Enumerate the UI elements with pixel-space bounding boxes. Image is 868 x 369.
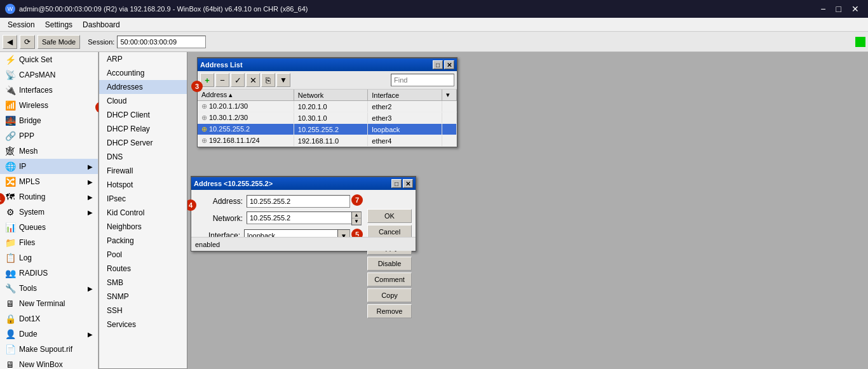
cell-extra bbox=[442, 135, 456, 147]
spin-down[interactable]: ▼ bbox=[352, 218, 361, 225]
submenu-dhcp-client[interactable]: DHCP Client bbox=[99, 108, 187, 122]
maximize-button[interactable]: □ bbox=[832, 3, 845, 15]
routing-icon: 🗺 bbox=[5, 192, 15, 202]
sidebar-item-new-winbox[interactable]: 🖥 New WinBox bbox=[0, 357, 98, 369]
submenu-neighbors[interactable]: Neighbors bbox=[99, 220, 187, 234]
minimize-button[interactable]: − bbox=[817, 3, 829, 15]
submenu-pool[interactable]: Pool bbox=[99, 248, 187, 262]
table-row[interactable]: ⊕192.168.11.1/24 192.168.11.0 ether4 bbox=[198, 135, 457, 147]
submenu-arp[interactable]: ARP bbox=[99, 52, 187, 66]
terminal-icon: 🖥 bbox=[5, 299, 15, 309]
menu-settings[interactable]: Settings bbox=[40, 19, 78, 30]
ok-button[interactable]: OK bbox=[367, 209, 412, 223]
routing-arrow: ▶ bbox=[88, 194, 93, 201]
remove-address-button[interactable]: − bbox=[215, 73, 229, 87]
sidebar-label: IP bbox=[19, 162, 26, 171]
enable-button[interactable]: ✓ bbox=[231, 73, 245, 87]
submenu-dhcp-server[interactable]: DHCP Server bbox=[99, 136, 187, 150]
submenu-cloud[interactable]: Cloud bbox=[99, 94, 187, 108]
submenu-routes[interactable]: Routes bbox=[99, 262, 187, 276]
submenu-smb[interactable]: SMB bbox=[99, 276, 187, 290]
ip-arrow: ▶ bbox=[88, 163, 93, 170]
cell-network: 10.30.1.0 bbox=[294, 112, 367, 124]
cell-network: 192.168.11.0 bbox=[294, 135, 367, 147]
capsman-icon: 📡 bbox=[5, 70, 15, 80]
remove-button[interactable]: Remove bbox=[367, 304, 412, 318]
addr-edit-close-button[interactable]: ✕ bbox=[403, 179, 413, 188]
submenu-dns[interactable]: DNS bbox=[99, 150, 187, 164]
session-input[interactable] bbox=[117, 36, 206, 48]
table-row-selected[interactable]: ⊕10.255.255.2 10.255.255.2 loopback bbox=[198, 124, 457, 135]
submenu-ipsec[interactable]: IPsec bbox=[99, 192, 187, 206]
sidebar-item-capsman[interactable]: 📡 CAPsMAN bbox=[0, 67, 98, 83]
network-input[interactable] bbox=[247, 211, 351, 224]
cell-interface: loopback bbox=[368, 124, 442, 135]
addr-edit-maximize-button[interactable]: □ bbox=[391, 179, 402, 188]
copy-button[interactable]: ⎘ bbox=[261, 73, 275, 87]
sidebar-item-system[interactable]: ⚙ System ▶ bbox=[0, 205, 98, 220]
submenu-dhcp-relay[interactable]: DHCP Relay bbox=[99, 122, 187, 136]
network-spinner[interactable]: ▲ ▼ bbox=[351, 211, 362, 225]
addr-list-maximize-button[interactable]: □ bbox=[433, 60, 443, 69]
safe-mode-button[interactable]: Safe Mode bbox=[37, 35, 80, 49]
col-network[interactable]: Network bbox=[294, 90, 367, 101]
submenu-hotspot[interactable]: Hotspot bbox=[99, 178, 187, 192]
submenu-snmp[interactable]: SNMP bbox=[99, 290, 187, 304]
sidebar-item-new-terminal[interactable]: 🖥 New Terminal bbox=[0, 296, 98, 311]
menu-dashboard[interactable]: Dashboard bbox=[78, 19, 125, 30]
sidebar-item-files[interactable]: 📁 Files bbox=[0, 235, 98, 250]
submenu-packing[interactable]: Packing bbox=[99, 234, 187, 248]
col-filter[interactable]: ▾ bbox=[442, 90, 456, 101]
sidebar-item-queues[interactable]: 📊 Queues bbox=[0, 220, 98, 235]
sidebar-item-bridge[interactable]: 🌉 Bridge bbox=[0, 113, 98, 128]
cell-address: ⊕10.20.1.1/30 bbox=[198, 101, 294, 112]
sidebar-label: New Terminal bbox=[19, 299, 65, 308]
address-list-toolbar: + − ✓ ✕ ⎘ ▼ bbox=[198, 71, 457, 90]
addr-list-close-button[interactable]: ✕ bbox=[444, 60, 454, 69]
action-buttons: 6 OK Cancel Apply Disable Comment Copy R… bbox=[363, 205, 416, 322]
sidebar-item-wireless[interactable]: 📶 Wireless bbox=[0, 98, 98, 113]
sidebar-item-quick-set[interactable]: ⚡ Quick Set bbox=[0, 52, 98, 67]
filter-button[interactable]: ▼ bbox=[276, 73, 290, 87]
submenu-addresses[interactable]: Addresses bbox=[99, 80, 187, 94]
find-input[interactable] bbox=[391, 74, 454, 86]
sidebar-item-dot1x[interactable]: 🔒 Dot1X bbox=[0, 311, 98, 326]
cell-extra bbox=[442, 112, 456, 124]
sidebar-item-radius[interactable]: 👥 RADIUS bbox=[0, 265, 98, 281]
sidebar-label: Dude bbox=[19, 330, 37, 339]
refresh-button[interactable]: ⟳ bbox=[20, 35, 35, 49]
cell-extra bbox=[442, 101, 456, 112]
submenu-firewall[interactable]: Firewall bbox=[99, 164, 187, 178]
spin-up[interactable]: ▲ bbox=[352, 212, 361, 218]
address-list-titlebar: Address List □ ✕ bbox=[198, 58, 457, 71]
menu-session[interactable]: Session bbox=[3, 19, 40, 30]
sidebar-item-log[interactable]: 📋 Log bbox=[0, 250, 98, 265]
submenu-ssh[interactable]: SSH bbox=[99, 304, 187, 318]
disable-button[interactable]: Disable bbox=[367, 257, 412, 271]
sidebar-item-make-supout[interactable]: 📄 Make Supout.rif bbox=[0, 342, 98, 357]
sidebar-item-ip[interactable]: 🌐 IP ▶ bbox=[0, 159, 98, 174]
sidebar-item-interfaces[interactable]: 🔌 Interfaces bbox=[0, 83, 98, 98]
close-button[interactable]: ✕ bbox=[848, 3, 863, 15]
table-row[interactable]: ⊕10.30.1.2/30 10.30.1.0 ether3 bbox=[198, 112, 457, 124]
sidebar-item-tools[interactable]: 🔧 Tools ▶ bbox=[0, 281, 98, 296]
disable-button[interactable]: ✕ bbox=[246, 73, 260, 87]
wireless-icon: 📶 bbox=[5, 100, 15, 111]
table-row[interactable]: ⊕10.20.1.1/30 10.20.1.0 ether2 bbox=[198, 101, 457, 112]
sidebar-item-dude[interactable]: 👤 Dude ▶ bbox=[0, 326, 98, 342]
submenu-kid-control[interactable]: Kid Control bbox=[99, 206, 187, 220]
sidebar-item-ppp[interactable]: 🔗 PPP bbox=[0, 128, 98, 144]
copy-button[interactable]: Copy bbox=[367, 288, 412, 302]
submenu-services[interactable]: Services bbox=[99, 318, 187, 332]
col-interface[interactable]: Interface bbox=[368, 90, 442, 101]
address-row: Address: 7 bbox=[195, 195, 362, 208]
dude-arrow: ▶ bbox=[88, 331, 93, 338]
address-input[interactable] bbox=[247, 195, 350, 208]
col-address[interactable]: Address ▴ bbox=[198, 90, 294, 101]
back-button[interactable]: ◀ bbox=[3, 35, 17, 49]
comment-button[interactable]: Comment bbox=[367, 272, 412, 286]
sidebar-item-mesh[interactable]: 🕸 Mesh bbox=[0, 144, 98, 159]
sidebar-item-routing[interactable]: 🗺 Routing ▶ bbox=[0, 189, 98, 205]
sidebar-item-mpls[interactable]: 🔀 MPLS ▶ bbox=[0, 174, 98, 189]
submenu-accounting[interactable]: Accounting bbox=[99, 66, 187, 80]
